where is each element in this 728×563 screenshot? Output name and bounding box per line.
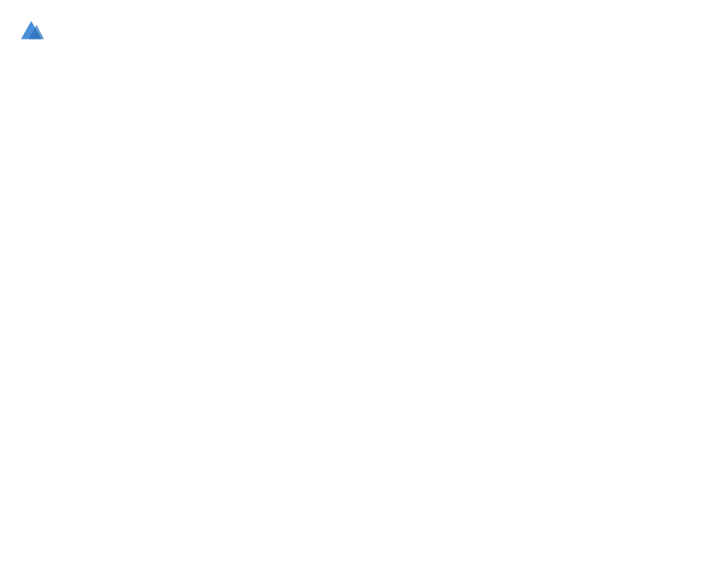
header bbox=[18, 18, 710, 44]
logo-icon bbox=[18, 18, 44, 44]
logo bbox=[18, 18, 48, 44]
